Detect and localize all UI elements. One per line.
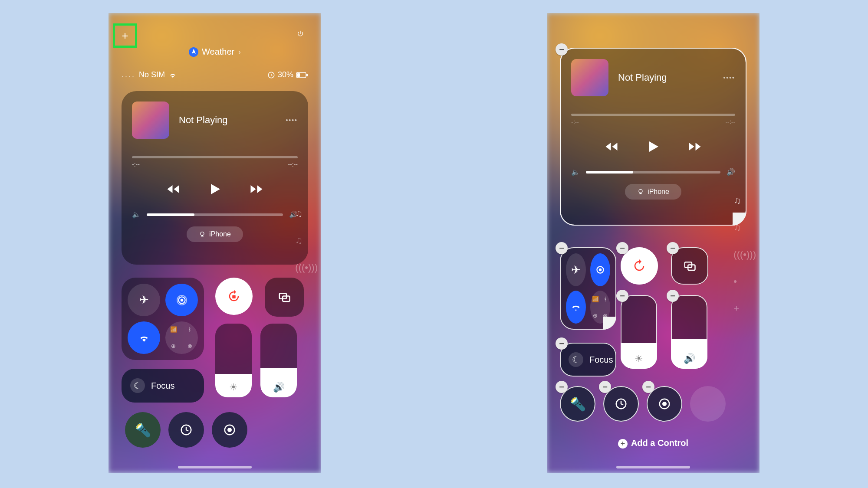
volume-slider-tile[interactable]: 🔊	[260, 324, 297, 397]
music-page-icon-2[interactable]: ♫	[733, 222, 756, 233]
now-playing-title: Not Playing	[179, 115, 228, 126]
volume-icon: 🔊	[260, 382, 297, 393]
elapsed-time: -:--	[571, 118, 579, 125]
music-page-icon[interactable]: ♫	[295, 208, 318, 219]
add-control-label: Add a Control	[631, 438, 688, 448]
speaker-low-icon: 🔈	[571, 168, 580, 176]
now-playing-tile-editable[interactable]: Not Playing •••• -:-- --:-- 🔈 🔊 iPhone	[560, 48, 746, 226]
remove-badge[interactable]: −	[616, 242, 628, 254]
antenna-page-icon[interactable]: (((•)))	[295, 262, 318, 273]
forward-button[interactable]	[249, 179, 264, 197]
battery-pct: 30%	[278, 70, 293, 79]
remove-badge[interactable]: −	[667, 242, 679, 254]
plus-icon: +	[122, 29, 128, 43]
orientation-lock-button[interactable]	[215, 278, 253, 315]
play-button[interactable]	[645, 137, 661, 155]
rewind-button[interactable]	[604, 137, 619, 155]
home-indicator[interactable]	[616, 466, 690, 468]
carrier-text: No SIM	[139, 70, 165, 79]
brightness-slider-editable[interactable]: ☀	[621, 295, 657, 369]
svg-point-13	[227, 428, 232, 432]
volume-slider[interactable]	[147, 213, 283, 216]
connectivity-tile[interactable]: ✈ 📶ᚼ⊕⊗	[122, 278, 204, 360]
scrubber[interactable]	[571, 114, 735, 116]
screen-mirroring-button-editable[interactable]	[671, 247, 708, 285]
remaining-time: --:--	[288, 161, 298, 168]
speaker-high-icon: 🔊	[727, 168, 735, 176]
airplane-mode-button[interactable]: ✈	[128, 284, 160, 316]
focus-label: Focus	[151, 381, 174, 391]
scrubber[interactable]	[132, 156, 298, 158]
forward-button[interactable]	[687, 137, 703, 155]
airplay-label: iPhone	[648, 188, 669, 196]
airplane-mode-button[interactable]: ✈	[566, 253, 586, 286]
plus-circle-icon: ＋	[618, 439, 628, 449]
remove-badge[interactable]: −	[556, 337, 568, 350]
remove-badge[interactable]: −	[556, 43, 568, 56]
empty-slot[interactable]	[690, 386, 726, 422]
album-art	[132, 102, 169, 139]
now-playing-tile[interactable]: Not Playing •••• -:-- --:-- 🔈 🔊 iPhone	[122, 91, 308, 265]
brightness-slider[interactable]: ☀	[215, 324, 252, 397]
page-indicators[interactable]: ♫ ♫ (((•))) • +	[733, 195, 756, 314]
more-icon[interactable]: ••••	[286, 117, 298, 124]
remove-badge[interactable]: −	[556, 381, 568, 393]
remove-badge[interactable]: −	[667, 290, 679, 302]
orientation-lock-icon	[267, 71, 275, 79]
volume-slider[interactable]	[586, 171, 720, 174]
add-page-icon[interactable]: +	[733, 303, 756, 314]
screen-mirroring-button[interactable]	[265, 278, 304, 317]
airdrop-button[interactable]	[590, 253, 610, 286]
extra-page-dot[interactable]: •	[733, 276, 756, 287]
remove-badge[interactable]: −	[599, 381, 611, 393]
airplay-target-button[interactable]: iPhone	[187, 226, 243, 242]
add-button-highlighted[interactable]: +	[113, 23, 137, 48]
svg-point-15	[599, 269, 602, 272]
orientation-lock-button-editable[interactable]	[621, 247, 658, 285]
volume-slider-editable[interactable]: 🔊	[671, 295, 707, 369]
breadcrumb-label: Weather	[202, 47, 234, 57]
airplay-target-button[interactable]: iPhone	[625, 184, 681, 200]
music-page-icon[interactable]: ♫	[733, 195, 756, 206]
volume-icon: 🔊	[671, 353, 707, 364]
control-center-screenshot-normal: + Weather › .... No SIM 30% Not Playing …	[108, 13, 321, 473]
airdrop-button[interactable]	[165, 284, 198, 316]
rewind-button[interactable]	[165, 179, 181, 197]
focus-button[interactable]: ☾ Focus	[122, 369, 204, 403]
add-a-control-button[interactable]: ＋Add a Control	[547, 438, 760, 449]
remaining-time: --:--	[725, 118, 735, 125]
music-page-icon-2[interactable]: ♫	[295, 235, 318, 246]
remove-badge[interactable]: −	[642, 381, 654, 393]
svg-point-5	[180, 298, 183, 301]
speaker-low-icon: 🔈	[132, 210, 141, 219]
airplay-icon	[199, 231, 206, 238]
remove-badge[interactable]: −	[556, 242, 568, 254]
wifi-button[interactable]	[128, 321, 160, 354]
svg-rect-8	[232, 295, 236, 299]
remove-badge[interactable]: −	[616, 290, 628, 302]
top-bar: +	[108, 26, 321, 48]
brightness-icon: ☀	[215, 382, 252, 393]
home-indicator[interactable]	[178, 466, 252, 468]
brightness-icon: ☀	[621, 353, 657, 364]
screen-record-button[interactable]	[212, 412, 247, 448]
location-icon	[189, 47, 198, 57]
power-button[interactable]	[297, 29, 308, 41]
wifi-button[interactable]	[566, 291, 586, 324]
flashlight-button[interactable]: 🔦	[125, 412, 161, 448]
svg-rect-2	[297, 73, 300, 77]
page-indicators[interactable]: ♫ ♫ (((•)))	[295, 208, 318, 273]
antenna-page-icon[interactable]: (((•)))	[733, 249, 756, 260]
focus-button-editable[interactable]: ☾ Focus	[560, 343, 616, 377]
control-center-screenshot-edit-mode: Not Playing •••• -:-- --:-- 🔈 🔊 iPhone −…	[547, 13, 760, 473]
connectivity-more[interactable]: 📶ᚼ⊕⊗	[165, 321, 198, 354]
battery-icon	[296, 71, 308, 79]
more-icon[interactable]: ••••	[723, 74, 735, 81]
chevron-right-icon: ›	[238, 47, 241, 57]
play-button[interactable]	[207, 179, 223, 197]
timer-button[interactable]	[168, 412, 204, 448]
airplay-label: iPhone	[209, 230, 231, 238]
focus-label: Focus	[589, 355, 613, 365]
breadcrumb[interactable]: Weather ›	[108, 47, 321, 57]
svg-point-21	[662, 402, 667, 406]
